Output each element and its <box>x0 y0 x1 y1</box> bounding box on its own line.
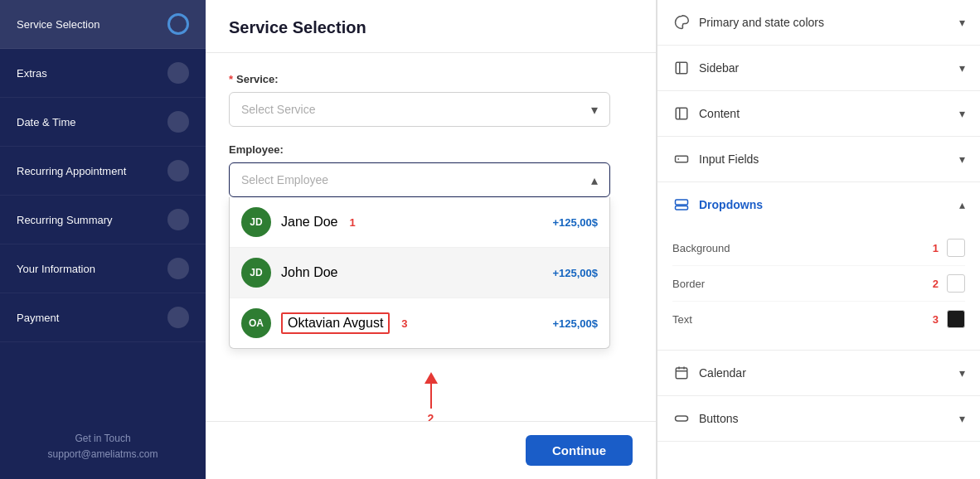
sidebar-item-label: Service Selection <box>17 18 99 31</box>
sidebar-item-date-&-time[interactable]: Date & Time <box>0 98 206 147</box>
panel-section-title: Buttons <box>699 412 738 425</box>
panel-row-right: 1 <box>925 239 965 257</box>
sidebar-item-extras[interactable]: Extras <box>0 49 206 98</box>
panel-section-header[interactable]: Dropdowns ▴ <box>657 182 980 227</box>
employee-select[interactable]: Select Employee ▴ <box>229 162 610 197</box>
panel-section-left: Calendar <box>672 364 746 382</box>
service-chevron-icon: ▾ <box>591 102 598 118</box>
color-swatch[interactable] <box>947 239 965 257</box>
panel-section-content: Background 1 Border 2 Text <box>657 227 980 350</box>
service-placeholder: Select Service <box>241 103 315 116</box>
avatar: JD <box>241 207 271 237</box>
panel-section-left: Buttons <box>672 409 738 428</box>
step-indicator <box>167 209 189 230</box>
panel-row: Background 1 <box>672 230 965 266</box>
panel-section-header[interactable]: Sidebar ▾ <box>657 46 980 90</box>
sidebar-item-label: Extras <box>17 67 47 80</box>
panel-section-title: Dropdowns <box>699 198 763 211</box>
panel-section-left: Primary and state colors <box>672 13 824 31</box>
color-swatch[interactable] <box>947 310 965 328</box>
employee-name: Jane Doe <box>281 215 338 230</box>
step-indicator <box>167 62 189 84</box>
panel-section-header[interactable]: Calendar ▾ <box>657 351 980 395</box>
panel-row-right: 3 <box>925 310 965 328</box>
panel-section-left: Sidebar <box>672 59 739 77</box>
panel-section-content: Content ▾ <box>657 91 980 137</box>
sidebar-footer-line2: support@ameliatms.com <box>17 447 189 462</box>
svg-rect-8 <box>676 368 687 379</box>
panel-section-header[interactable]: Primary and state colors ▾ <box>657 0 980 45</box>
sidebar-item-payment[interactable]: Payment <box>0 293 206 342</box>
panel-chevron-icon: ▾ <box>959 107 965 120</box>
annotation-arrow: 2 <box>425 372 438 421</box>
main-content: Service Selection * Service: Select Serv… <box>206 0 657 479</box>
panel-row: Border 2 <box>672 266 965 302</box>
svg-rect-6 <box>676 200 688 205</box>
continue-button[interactable]: Continue <box>526 435 633 466</box>
sidebar-item-recurring-appointment[interactable]: Recurring Appointment <box>0 147 206 196</box>
sidebar-item-label: Payment <box>17 312 59 324</box>
sidebar-item-recurring-summary[interactable]: Recurring Summary <box>0 196 206 244</box>
employee-info: Oktavian Avgust 3 <box>281 312 542 334</box>
panel-section-header[interactable]: Input Fields ▾ <box>657 137 980 181</box>
employee-badge: 3 <box>401 317 407 330</box>
palette-icon <box>672 13 691 31</box>
employee-item[interactable]: JD Jane Doe 1 +125,00$ <box>230 197 609 248</box>
panel-row-number: 1 <box>925 242 939 254</box>
sidebar-item-label: Recurring Summary <box>17 214 113 226</box>
sidebar: Service Selection Extras Date & Time Rec… <box>0 0 206 479</box>
panel-chevron-icon: ▾ <box>959 61 965 75</box>
employee-placeholder: Select Employee <box>241 173 328 186</box>
panel-chevron-icon: ▴ <box>959 198 965 211</box>
svg-rect-4 <box>676 156 688 162</box>
panel-section-primary-and-state-colors: Primary and state colors ▾ <box>657 0 980 46</box>
panel-section-title: Sidebar <box>699 61 739 75</box>
sidebar-footer: Get in Touch support@ameliatms.com <box>0 414 206 479</box>
employee-price: +125,00$ <box>552 317 598 330</box>
panel-row-number: 2 <box>925 278 939 290</box>
panel-section-input-fields: Input Fields ▾ <box>657 137 980 182</box>
svg-rect-12 <box>676 416 688 421</box>
sidebar-icon <box>672 59 691 77</box>
main-header: Service Selection <box>206 0 656 53</box>
employee-item[interactable]: OA Oktavian Avgust 3 +125,00$ <box>230 298 609 348</box>
employee-price: +125,00$ <box>552 216 598 229</box>
sidebar-item-label: Date & Time <box>17 116 76 128</box>
panel-section-header[interactable]: Content ▾ <box>657 91 980 136</box>
employee-name-boxed: Oktavian Avgust <box>281 312 390 334</box>
avatar: OA <box>241 308 271 338</box>
annotation-label: 2 <box>428 412 434 421</box>
sidebar-item-label: Your Information <box>17 263 95 275</box>
step-indicator <box>167 111 189 133</box>
employee-badge: 1 <box>350 216 356 229</box>
main-body: * Service: Select Service ▾ Employee: Se… <box>206 53 656 421</box>
panel-row-label: Background <box>672 242 730 254</box>
sidebar-item-service-selection[interactable]: Service Selection <box>0 0 206 49</box>
step-indicator <box>167 13 189 35</box>
panel-row-number: 3 <box>925 313 939 326</box>
required-indicator: * <box>229 73 233 85</box>
step-indicator <box>167 258 189 279</box>
main-footer: Continue <box>206 421 656 479</box>
service-select[interactable]: Select Service ▾ <box>229 92 610 127</box>
annotation-area: 2 <box>229 365 633 421</box>
panel-section-buttons: Buttons ▾ <box>657 396 980 442</box>
panel-section-calendar: Calendar ▾ <box>657 351 980 396</box>
panel-chevron-icon: ▾ <box>959 366 965 380</box>
color-swatch[interactable] <box>947 274 965 293</box>
button-icon <box>672 409 691 428</box>
panel-section-title: Input Fields <box>699 152 759 166</box>
sidebar-footer-line1: Get in Touch <box>17 431 189 447</box>
panel-chevron-icon: ▾ <box>959 412 965 425</box>
sidebar-item-your-information[interactable]: Your Information <box>0 244 206 293</box>
employee-item[interactable]: JD John Doe +125,00$ <box>230 248 609 298</box>
panel-row: Text 3 <box>672 302 965 336</box>
calendar-icon <box>672 364 691 382</box>
arrow-up-icon <box>425 372 438 384</box>
step-indicator <box>167 160 189 181</box>
panel-section-title: Primary and state colors <box>699 16 824 29</box>
employee-info: John Doe <box>281 265 542 280</box>
arrow-line <box>430 384 432 409</box>
panel-section-header[interactable]: Buttons ▾ <box>657 396 980 441</box>
panel-section-title: Calendar <box>699 366 746 380</box>
